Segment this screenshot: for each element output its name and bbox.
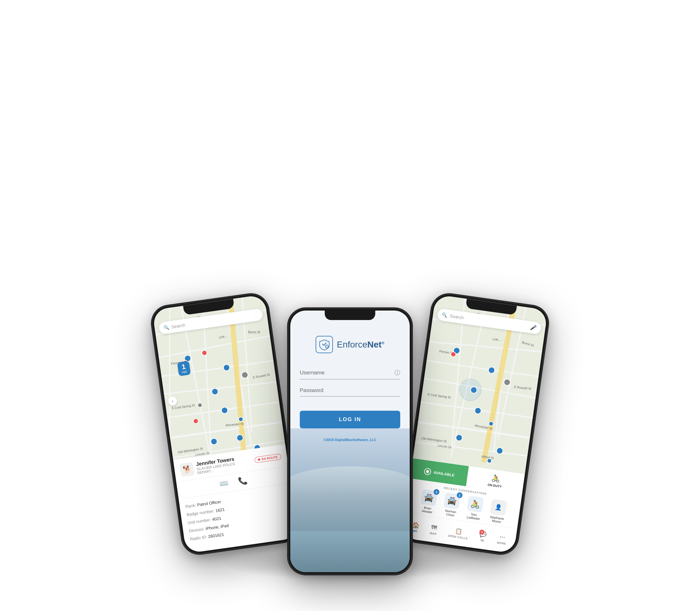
username-icon: ⓘ: [394, 369, 400, 376]
brand-name-bold: Net: [367, 340, 382, 349]
devices-label: Devices:: [189, 526, 205, 533]
devices-value: iPhone, iPad: [205, 523, 229, 531]
brian-icon: 🚔: [423, 493, 434, 503]
unit-value: 4021: [212, 516, 222, 522]
nav-more-label: MORE: [497, 541, 506, 546]
officer-name-block: Jennifer Towers GLACIER LAKE POLICE DEPA…: [196, 454, 252, 475]
copyright: ©2018 DigitalBlueSoftware, LLC: [324, 438, 376, 442]
copyright-blue: Blue: [346, 438, 353, 442]
logo-svg: [318, 339, 330, 351]
car-roof: [290, 466, 410, 537]
nav-me-icon: 🏠: [412, 521, 420, 529]
nav-more[interactable]: ⋯ MORE: [497, 533, 508, 546]
tom-icon: 🚴: [470, 499, 481, 509]
phone-right: Grove St Link... Person St E Russell St …: [400, 292, 550, 556]
convo-avatar-brian: 🚔 2: [420, 489, 437, 506]
status-label: EN ROUTE: [261, 455, 278, 461]
nav-me-label: ME: [413, 529, 418, 533]
speed-badge: 1 mph: [177, 361, 191, 376]
notch-center: [325, 311, 375, 320]
status-dot: [258, 458, 260, 461]
stephanie-icon: 👤: [495, 504, 503, 511]
password-input[interactable]: [300, 387, 400, 394]
car-bottom: [290, 531, 410, 572]
norman-icon: 🚔: [447, 496, 458, 506]
nav-map-label: MAP: [430, 532, 437, 536]
username-input[interactable]: [300, 370, 394, 376]
onduty-icon: 🚴: [491, 474, 500, 483]
nav-im-label: IM: [480, 539, 484, 542]
convo-avatar-norman: 🚔 2: [444, 492, 461, 509]
nav-map[interactable]: 🗺 MAP: [430, 524, 438, 536]
convo-avatar-stephanie: 👤: [490, 499, 507, 516]
convo-brian-atwater[interactable]: 🚔 2 BrianAtwater: [416, 488, 441, 515]
stephanie-name: StephanieMoore: [489, 515, 505, 524]
badge-value: 1621: [215, 507, 225, 513]
norman-name: NormanChow: [445, 509, 457, 518]
officer-status: EN ROUTE: [254, 453, 281, 463]
brand-name: EnforceNet®: [337, 340, 384, 350]
brand-reg: ®: [382, 341, 384, 345]
brand-logo: EnforceNet®: [316, 336, 384, 353]
username-field[interactable]: ⓘ: [300, 369, 400, 379]
rank-label: Rank:: [185, 503, 196, 509]
search-icon-right: 🔍: [442, 312, 448, 318]
scene: Grove St Link... Person St E Russell St …: [161, 37, 539, 574]
copyright-rest: Software, LLC: [353, 438, 376, 442]
search-icon-left: 🔍: [163, 325, 169, 330]
car-shape: [290, 454, 410, 572]
nav-calls-icon: 📋: [455, 527, 462, 535]
convo-avatar-tom: 🚴: [467, 496, 484, 513]
logo-icon: [316, 336, 333, 353]
radio-label: Radio ID:: [190, 535, 208, 541]
login-screen: EnforceNet® ⓘ LOG IN: [290, 311, 410, 572]
phone-left: Grove St Link... Person St E Russell St …: [150, 292, 300, 556]
login-content: EnforceNet® ⓘ LOG IN: [300, 336, 400, 442]
nav-map-icon: 🗺: [431, 524, 437, 532]
keyboard-icon[interactable]: ⌨️: [219, 478, 229, 488]
officer-details: Rank: Patrol Officer Badge number: 1621 …: [185, 488, 291, 543]
speed-unit: mph: [181, 370, 187, 374]
nav-open-calls[interactable]: 📋 OPEN CALLS: [448, 526, 469, 540]
nav-more-icon: ⋯: [499, 533, 506, 541]
phone-center: EnforceNet® ⓘ LOG IN: [288, 309, 412, 574]
nav-me[interactable]: 🏠 ME: [411, 521, 420, 533]
convo-norman-chow[interactable]: 🚔 2 NormanChow: [439, 492, 464, 518]
officer-avatar: 🐕: [179, 462, 194, 477]
tom-name: TomLedbetter: [466, 512, 481, 521]
officer-panel: 🐕 Jennifer Towers GLACIER LAKE POLICE DE…: [173, 444, 298, 553]
nav-im[interactable]: 💬 IM 4: [479, 531, 487, 543]
phone-icon[interactable]: 📞: [238, 476, 248, 486]
brian-name: BrianAtwater: [421, 506, 433, 514]
available-circle: [423, 467, 432, 475]
radio-value: 2601621: [208, 532, 224, 539]
onduty-label: ON DUTY: [488, 483, 502, 488]
login-button[interactable]: LOG IN: [300, 411, 400, 428]
search-text-left: Search: [171, 323, 185, 329]
password-field[interactable]: [300, 387, 400, 397]
nav-calls-label: OPEN CALLS: [448, 534, 468, 540]
copyright-text: ©2018 Digital: [324, 438, 345, 442]
available-label: AVAILABLE: [433, 470, 455, 477]
convo-tom-ledbetter[interactable]: 🚴 TomLedbetter: [462, 495, 488, 521]
microphone-icon[interactable]: 🎤: [530, 324, 537, 331]
convo-stephanie-moore[interactable]: 👤 StephanieMoore: [485, 498, 510, 524]
